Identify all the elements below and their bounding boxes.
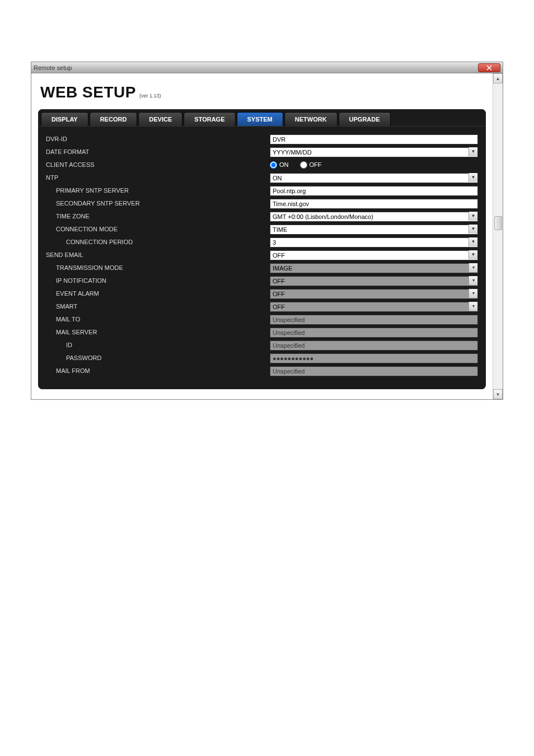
content: WEB SETUP (ver 1.13) DISPLAY RECORD DEVI…	[31, 73, 503, 399]
tab-network[interactable]: NETWORK	[284, 112, 338, 126]
tab-bar: DISPLAY RECORD DEVICE STORAGE SYSTEM NET…	[38, 109, 486, 126]
label-secondary-sntp: SECONDARY SNTP SERVER	[46, 198, 270, 208]
secondary-sntp-input[interactable]	[270, 199, 478, 209]
window: Remote setup WEB SETUP (ver 1.13) DISPLA…	[31, 62, 503, 400]
label-event-alarm: EVENT ALARM	[46, 288, 270, 298]
version-label: (ver 1.13)	[139, 93, 161, 99]
mail-server-input	[270, 328, 478, 338]
password-input	[270, 353, 478, 363]
tab-device[interactable]: DEVICE	[138, 112, 182, 126]
close-icon	[486, 65, 492, 71]
radio-on[interactable]	[270, 161, 277, 169]
ntp-select[interactable]	[270, 173, 478, 183]
close-button[interactable]	[478, 63, 500, 72]
scrollbar[interactable]: ▲ ▼	[493, 73, 503, 399]
titlebar: Remote setup	[31, 62, 503, 73]
tab-display[interactable]: DISPLAY	[41, 112, 88, 126]
label-primary-sntp: PRIMARY SNTP SERVER	[46, 185, 270, 195]
smart-select	[270, 302, 478, 312]
label-mail-to: MAIL TO	[46, 314, 270, 324]
scroll-up-button[interactable]: ▲	[493, 73, 503, 83]
date-format-select[interactable]	[270, 147, 478, 157]
settings-panel: DISPLAY RECORD DEVICE STORAGE SYSTEM NET…	[38, 109, 486, 389]
tab-body: DVR-ID DATE FORMAT ▼ CLIENT ACCESS	[38, 126, 486, 389]
label-dvr-id: DVR-ID	[46, 134, 270, 144]
page-header: WEB SETUP (ver 1.13)	[38, 83, 486, 101]
mail-from-input	[270, 366, 478, 376]
label-client-access: CLIENT ACCESS	[46, 160, 270, 170]
scroll-down-button[interactable]: ▼	[493, 389, 503, 399]
scroll-thumb[interactable]	[494, 216, 502, 230]
tab-upgrade[interactable]: UPGRADE	[339, 112, 391, 126]
label-mail-from: MAIL FROM	[46, 366, 270, 376]
primary-sntp-input[interactable]	[270, 186, 478, 196]
page-title: WEB SETUP	[40, 83, 136, 101]
label-transmission-mode: TRANSMISSION MODE	[46, 263, 270, 273]
label-date-format: DATE FORMAT	[46, 147, 270, 157]
label-connection-period: CONNECTION PERIOD	[46, 237, 270, 247]
label-time-zone: TIME ZONE	[46, 211, 270, 221]
client-access-off[interactable]: OFF	[300, 161, 322, 169]
client-access-on[interactable]: ON	[270, 161, 289, 169]
radio-off[interactable]	[300, 161, 307, 169]
tab-storage[interactable]: STORAGE	[184, 112, 235, 126]
id-input	[270, 340, 478, 351]
label-password: PASSWORD	[46, 353, 270, 363]
send-email-select[interactable]	[270, 250, 478, 260]
window-title: Remote setup	[34, 64, 72, 71]
label-send-email: SEND EMAIL	[46, 250, 270, 260]
ip-notification-select	[270, 276, 478, 286]
transmission-mode-select	[270, 263, 478, 273]
connection-mode-select[interactable]	[270, 225, 478, 235]
dvr-id-input[interactable]	[270, 134, 478, 144]
mail-to-input	[270, 315, 478, 325]
connection-period-select[interactable]	[270, 237, 478, 248]
time-zone-select[interactable]	[270, 212, 478, 222]
event-alarm-select	[270, 289, 478, 299]
tab-record[interactable]: RECORD	[90, 112, 138, 126]
label-id: ID	[46, 340, 270, 350]
label-connection-mode: CONNECTION MODE	[46, 224, 270, 234]
label-mail-server: MAIL SERVER	[46, 327, 270, 337]
label-ntp: NTP	[46, 172, 270, 183]
tab-system[interactable]: SYSTEM	[237, 112, 283, 126]
label-smart: SMART	[46, 301, 270, 311]
label-ip-notification: IP NOTIFICATION	[46, 276, 270, 286]
